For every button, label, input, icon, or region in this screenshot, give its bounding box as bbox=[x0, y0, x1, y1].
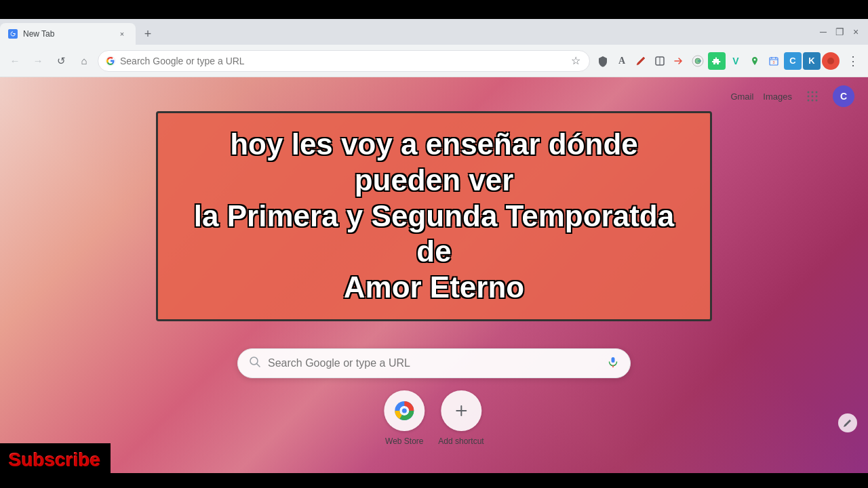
browser-menu-button[interactable]: ⋮ bbox=[844, 52, 863, 70]
svg-point-13 bbox=[808, 92, 810, 94]
svg-line-23 bbox=[257, 364, 260, 367]
search-input[interactable] bbox=[268, 357, 600, 369]
k-extension-icon[interactable]: K bbox=[803, 52, 821, 70]
refresh-button[interactable]: ↺ bbox=[52, 52, 71, 70]
edit-shortcuts-button[interactable] bbox=[838, 413, 857, 432]
plus-icon bbox=[453, 403, 469, 419]
images-link[interactable]: Images bbox=[763, 92, 792, 102]
maximize-button[interactable]: ❐ bbox=[833, 25, 846, 39]
window-controls: ─ ❐ × bbox=[816, 25, 863, 39]
google-logo-icon bbox=[105, 56, 116, 66]
home-button[interactable]: ⌂ bbox=[75, 52, 94, 70]
search-icon bbox=[249, 356, 261, 371]
arrow-extension-icon[interactable] bbox=[670, 52, 688, 70]
browser-window: New Tab × + ─ ❐ × ← → ↺ ⌂ bbox=[0, 19, 868, 473]
search-bar[interactable] bbox=[237, 348, 631, 378]
add-shortcut-button[interactable]: Add shortcut bbox=[438, 390, 484, 446]
v-extension-icon[interactable]: V bbox=[727, 52, 745, 70]
text-extension-icon[interactable]: A bbox=[613, 52, 631, 70]
edit-extension-icon[interactable] bbox=[632, 52, 650, 70]
apps-grid-icon bbox=[806, 89, 819, 103]
google-extension-icon[interactable] bbox=[689, 52, 707, 70]
svg-point-15 bbox=[816, 92, 818, 94]
google-apps-button[interactable] bbox=[802, 85, 823, 107]
chrome-icon bbox=[393, 400, 415, 422]
pencil-icon bbox=[843, 418, 852, 428]
add-shortcut-label: Add shortcut bbox=[438, 436, 484, 446]
shortcuts-container: Web Store Add shortcut bbox=[384, 390, 484, 446]
subscribe-label: Subscribe bbox=[8, 449, 100, 470]
address-bar[interactable]: ☆ bbox=[98, 50, 590, 72]
close-window-button[interactable]: × bbox=[849, 25, 863, 39]
tab-bar: New Tab × + ─ ❐ × bbox=[0, 19, 868, 45]
toolbar: ← → ↺ ⌂ ☆ bbox=[0, 45, 868, 77]
svg-point-17 bbox=[812, 96, 814, 98]
box-extension-icon[interactable] bbox=[651, 52, 669, 70]
bookmark-star-button[interactable]: ☆ bbox=[569, 54, 583, 68]
webstore-shortcut-icon bbox=[384, 390, 425, 431]
overlay-text-line2: la Primera y Segunda Temporatda de bbox=[178, 199, 690, 270]
svg-point-21 bbox=[816, 100, 818, 102]
back-button[interactable]: ← bbox=[5, 52, 24, 70]
svg-text:3: 3 bbox=[773, 60, 775, 64]
new-tab-page: Gmail Images C hoy les voy a enseña bbox=[0, 77, 868, 473]
webstore-shortcut-label: Web Store bbox=[385, 436, 423, 446]
svg-point-19 bbox=[808, 100, 810, 102]
svg-point-29 bbox=[402, 409, 407, 413]
svg-point-18 bbox=[816, 96, 818, 98]
microphone-button[interactable] bbox=[607, 356, 619, 371]
new-tab-button[interactable]: + bbox=[138, 24, 157, 43]
shield-extension-icon[interactable] bbox=[594, 52, 612, 70]
svg-point-14 bbox=[812, 92, 814, 94]
search-container bbox=[237, 348, 631, 378]
overlay-text-line1: hoy les voy a enseñar dónde pueden ver bbox=[178, 127, 690, 199]
calendar-extension-icon[interactable]: 3 bbox=[765, 52, 783, 70]
overlay-text-line3: Amor Eterno bbox=[178, 270, 690, 306]
red-extension-icon[interactable] bbox=[822, 52, 840, 70]
map-extension-icon[interactable] bbox=[746, 52, 764, 70]
tab-close-button[interactable]: × bbox=[117, 28, 127, 39]
gmail-link[interactable]: Gmail bbox=[730, 92, 753, 102]
svg-point-16 bbox=[808, 96, 810, 98]
webstore-shortcut[interactable]: Web Store bbox=[384, 390, 425, 446]
black-bar-bottom bbox=[0, 473, 868, 488]
svg-point-12 bbox=[827, 58, 834, 64]
subscribe-badge: Subscribe bbox=[0, 443, 111, 476]
chrome-favicon-icon bbox=[9, 30, 17, 38]
ntp-header: Gmail Images C bbox=[0, 77, 868, 115]
tab-favicon bbox=[8, 29, 18, 39]
address-favicon bbox=[105, 56, 116, 66]
address-input[interactable] bbox=[120, 56, 565, 66]
puzzle-extension-icon[interactable] bbox=[708, 52, 726, 70]
svg-point-20 bbox=[812, 100, 814, 102]
forward-button[interactable]: → bbox=[28, 52, 47, 70]
minimize-button[interactable]: ─ bbox=[816, 25, 830, 39]
add-shortcut-icon bbox=[441, 390, 481, 431]
svg-rect-24 bbox=[612, 357, 615, 363]
active-tab[interactable]: New Tab × bbox=[0, 23, 136, 45]
extensions-area: A bbox=[594, 52, 840, 70]
black-bar-top bbox=[0, 0, 868, 19]
overlay-banner: hoy les voy a enseñar dónde pueden ver l… bbox=[156, 111, 712, 321]
account-avatar[interactable]: C bbox=[833, 85, 854, 107]
svg-point-6 bbox=[754, 58, 756, 60]
tab-title: New Tab bbox=[23, 29, 111, 39]
c-extension-icon[interactable]: C bbox=[784, 52, 802, 70]
